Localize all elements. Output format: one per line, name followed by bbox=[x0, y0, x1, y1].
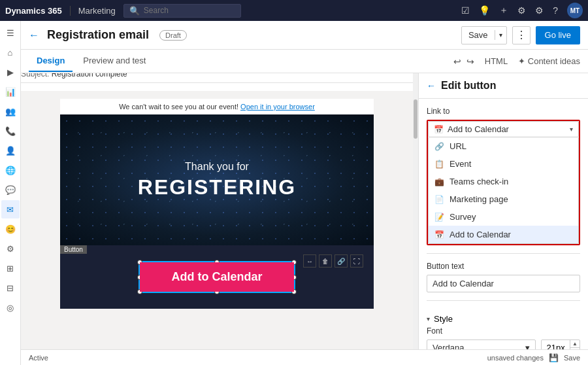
page-title: Registration email bbox=[47, 28, 149, 42]
lightbulb-icon[interactable]: 💡 bbox=[479, 5, 490, 16]
tab-actions: ↩ ↪ HTML ✦ Content ideas bbox=[453, 56, 580, 67]
sidebar-layers-icon[interactable]: ⊞ bbox=[1, 259, 20, 277]
button-selection-wrapper: Add to Calendar bbox=[139, 261, 295, 293]
sidebar-bottom-icon[interactable]: ◎ bbox=[1, 298, 20, 317]
sidebar-emoji-icon[interactable]: 😊 bbox=[1, 220, 20, 238]
redo-button[interactable]: ↪ bbox=[466, 56, 474, 67]
sidebar-person-icon[interactable]: 👤 bbox=[1, 141, 20, 160]
hero-line1: Thank you for bbox=[138, 161, 296, 173]
marketing-icon: 📄 bbox=[434, 195, 444, 204]
brand-text: Dynamics 365 bbox=[5, 6, 62, 16]
search-input[interactable] bbox=[144, 6, 235, 15]
undo-button[interactable]: ↩ bbox=[453, 56, 461, 67]
survey-icon: 📝 bbox=[434, 213, 444, 222]
font-size-up-arrow[interactable]: ▲ bbox=[570, 340, 580, 348]
toolbar-expand-icon[interactable]: ⛶ bbox=[350, 254, 363, 268]
dropdown-item-url[interactable]: 🔗 URL bbox=[429, 137, 578, 155]
survey-label: Survey bbox=[449, 212, 476, 222]
avatar[interactable]: MT bbox=[567, 3, 583, 18]
panel-back-button[interactable]: ← bbox=[427, 80, 436, 91]
sidebar-chart-icon[interactable]: 📊 bbox=[1, 82, 20, 101]
button-text-label: Button text bbox=[427, 262, 580, 271]
more-options-button[interactable]: ⋮ bbox=[512, 26, 531, 44]
save-dropdown-arrow[interactable]: ▾ bbox=[495, 31, 506, 39]
font-value: Verdana bbox=[433, 343, 464, 349]
open-in-browser-link[interactable]: Open it in your browser bbox=[240, 103, 315, 111]
selected-link-text: Add to Calendar bbox=[448, 124, 566, 134]
dropdown-item-event[interactable]: 📋 Event bbox=[429, 155, 578, 173]
toolbar-delete-icon[interactable]: 🗑 bbox=[319, 254, 332, 268]
font-size-arrows: ▲ ▼ bbox=[570, 340, 580, 349]
sidebar-grid-icon[interactable]: ⊟ bbox=[1, 279, 20, 297]
content-area: ← Registration email Draft Save ▾ ⋮ Go l… bbox=[21, 21, 588, 365]
sidebar-globe-icon[interactable]: 🌐 bbox=[1, 161, 20, 179]
canvas-scrollbar[interactable] bbox=[413, 73, 418, 349]
sidebar-phone-icon[interactable]: 📞 bbox=[1, 122, 20, 140]
sidebar-settings2-icon[interactable]: ⚙ bbox=[1, 239, 20, 258]
sidebar-email-icon[interactable]: ✉ bbox=[1, 200, 20, 218]
search-box[interactable]: 🔍 bbox=[123, 4, 241, 18]
sidebar-play-icon[interactable]: ▶ bbox=[1, 63, 20, 81]
dropdown-item-calendar[interactable]: 📅 Add to Calendar bbox=[429, 226, 578, 243]
subject-prefix: Subject: bbox=[21, 73, 49, 78]
sidebar-menu-icon[interactable]: ☰ bbox=[1, 24, 20, 42]
event-icon: 📋 bbox=[434, 160, 444, 169]
top-navigation: Dynamics 365 Marketing 🔍 ☑ 💡 ＋ ⚙ ⚙ ? MT bbox=[0, 0, 588, 21]
button-section: Button ↔ 🗑 🔗 ⛶ bbox=[60, 245, 374, 309]
email-cta-button[interactable]: Add to Calendar bbox=[140, 262, 293, 292]
email-canvas[interactable]: We can't wait to see you at our event! O… bbox=[21, 91, 413, 349]
content-ideas-tab[interactable]: ✦ Content ideas bbox=[518, 56, 580, 66]
toolbar-link-icon[interactable]: 🔗 bbox=[335, 254, 348, 268]
style-section-header[interactable]: ▾ Style bbox=[427, 309, 580, 326]
nav-icons: ☑ 💡 ＋ ⚙ ⚙ ? MT bbox=[461, 3, 583, 18]
back-button[interactable]: ← bbox=[29, 29, 39, 41]
plus-icon[interactable]: ＋ bbox=[499, 5, 508, 16]
dropdown-item-teams[interactable]: 💼 Teams check-in bbox=[429, 173, 578, 190]
divider2 bbox=[427, 300, 580, 301]
toolbar-move-icon[interactable]: ↔ bbox=[303, 254, 316, 268]
content-split: Subject: Registration complete We can't … bbox=[21, 73, 588, 349]
subject-line: Subject: Registration complete bbox=[21, 73, 413, 83]
tab-design[interactable]: Design bbox=[29, 50, 73, 72]
divider1 bbox=[427, 253, 580, 254]
status-bar: Active unsaved changes 💾 Save bbox=[21, 349, 588, 365]
font-row: Verdana ▾ 21px ▲ ▼ bbox=[427, 339, 580, 349]
font-select[interactable]: Verdana ▾ bbox=[427, 339, 536, 349]
status-save-icon: 💾 bbox=[549, 353, 559, 362]
settings-icon[interactable]: ⚙ bbox=[535, 5, 544, 16]
teams-icon: 💼 bbox=[434, 177, 444, 186]
button-text-input[interactable] bbox=[427, 275, 580, 292]
button-toolbar: ↔ 🗑 🔗 ⛶ bbox=[303, 254, 363, 268]
filter-icon[interactable]: ⚙ bbox=[517, 5, 526, 16]
canvas-scrollbar-thumb[interactable] bbox=[414, 99, 417, 139]
url-label: URL bbox=[449, 141, 466, 151]
font-size-value: 21px bbox=[542, 340, 570, 349]
style-label: Style bbox=[434, 314, 453, 324]
go-live-button[interactable]: Go live bbox=[536, 26, 580, 44]
font-size-spinner[interactable]: 21px ▲ ▼ bbox=[541, 339, 580, 349]
help-icon[interactable]: ? bbox=[553, 5, 558, 16]
font-chevron-icon: ▾ bbox=[525, 343, 530, 349]
task-icon[interactable]: ☑ bbox=[461, 5, 470, 16]
dropdown-item-marketing[interactable]: 📄 Marketing page bbox=[429, 190, 578, 208]
panel-header: ← Edit button bbox=[419, 73, 588, 99]
html-tab[interactable]: HTML bbox=[485, 56, 508, 66]
font-label: Font bbox=[427, 326, 580, 336]
status-save-label[interactable]: Save bbox=[564, 354, 580, 362]
event-label: Event bbox=[449, 159, 471, 169]
link-dropdown-selected[interactable]: 📅 Add to Calendar ▾ bbox=[428, 121, 579, 137]
sidebar-people-icon[interactable]: 👥 bbox=[1, 102, 20, 120]
link-dropdown-menu: 🔗 URL 📋 Event 💼 Teams check-in bbox=[428, 137, 579, 244]
search-icon: 🔍 bbox=[129, 6, 140, 16]
save-button[interactable]: Save ▾ bbox=[461, 26, 507, 44]
tab-preview[interactable]: Preview and test bbox=[75, 50, 154, 72]
sidebar-message-icon[interactable]: 💬 bbox=[1, 181, 20, 199]
tabs-bar: Design Preview and test ↩ ↪ HTML ✦ Conte… bbox=[21, 50, 588, 73]
sidebar-home-icon[interactable]: ⌂ bbox=[1, 43, 20, 61]
dropdown-item-survey[interactable]: 📝 Survey bbox=[429, 208, 578, 226]
canvas-wrapper: Subject: Registration complete We can't … bbox=[21, 73, 413, 349]
button-row: ↔ 🗑 🔗 ⛶ bbox=[71, 256, 363, 298]
main-layout: ☰ ⌂ ▶ 📊 👥 📞 👤 🌐 💬 ✉ 😊 ⚙ ⊞ ⊟ ◎ ← Registra… bbox=[0, 21, 588, 365]
edit-panel: ← Edit button Link to 📅 Add to Calendar … bbox=[418, 73, 588, 349]
hero-line2: REGISTERING bbox=[138, 175, 296, 200]
